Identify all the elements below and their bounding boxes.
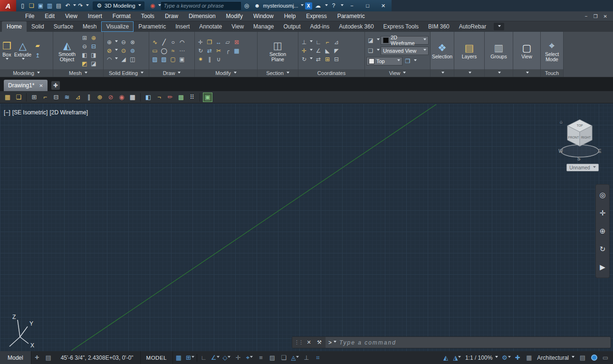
autorebar-tool-icon[interactable]: ⠿: [187, 93, 197, 102]
drag-grip-icon[interactable]: ⋮⋮: [294, 338, 303, 347]
compass-west[interactable]: W: [558, 149, 563, 154]
explode-icon[interactable]: ✷: [196, 55, 205, 63]
mesh-primitive-icon[interactable]: ⊞: [80, 34, 89, 42]
autorebar-tool-icon[interactable]: ✏: [165, 93, 175, 102]
osnap-arrow-icon[interactable]: [250, 356, 253, 359]
remove-crease-icon[interactable]: ◨: [89, 51, 98, 59]
imprint-icon[interactable]: ⊙: [119, 47, 128, 55]
isolate-objects-icon[interactable]: ▤: [577, 351, 588, 364]
autorebar-tool-icon[interactable]: ⊿: [73, 93, 83, 102]
named-views-icon[interactable]: ❏: [366, 47, 375, 55]
interfere-icon[interactable]: ⊚: [128, 47, 137, 55]
mesh-refine-icon[interactable]: ⊟: [89, 42, 98, 50]
smooth-less-icon[interactable]: ⊖: [80, 42, 89, 50]
dynamic-input-icon[interactable]: ⌗: [312, 351, 324, 364]
autorebar-tool-icon[interactable]: ⊘: [106, 93, 115, 102]
object-snap-icon[interactable]: ⌖: [244, 351, 255, 364]
autorebar-tool-icon[interactable]: ▦: [3, 93, 12, 102]
shell-icon[interactable]: ◫: [128, 55, 137, 63]
command-close-icon[interactable]: ✕: [305, 338, 313, 347]
menu-modify[interactable]: Modify: [221, 11, 248, 21]
open-folder-icon[interactable]: ❏: [27, 1, 36, 10]
binoculars-search-icon[interactable]: ◎: [242, 1, 251, 10]
autocad-logo-icon[interactable]: A: [0, 0, 16, 11]
ucs-origin-arrow-icon[interactable]: [310, 49, 313, 52]
join-icon[interactable]: ∪: [214, 55, 223, 63]
menu-edit[interactable]: Edit: [39, 11, 60, 21]
arc-icon[interactable]: ◠: [178, 38, 186, 46]
section-plane-button[interactable]: ◫ Section Plane: [265, 39, 291, 62]
autorebar-tool-icon[interactable]: ▦: [128, 93, 137, 102]
slice-icon[interactable]: ⊘: [105, 47, 114, 55]
ortho-mode-icon[interactable]: ∟: [198, 351, 210, 364]
autorebar-tool-icon[interactable]: ⊕: [95, 93, 105, 102]
autoscale-arrow-icon[interactable]: [458, 356, 461, 359]
ucs-origin-icon[interactable]: ✛: [300, 47, 308, 55]
zoom-icon[interactable]: ⊕: [596, 223, 609, 240]
tab-addins[interactable]: Add-ins: [306, 21, 335, 32]
dynamic-ucs-icon[interactable]: ⊥: [301, 351, 312, 364]
groups-button[interactable]: ▥ Groups: [489, 42, 508, 59]
autorebar-tool-icon[interactable]: ▩: [176, 93, 186, 102]
command-input[interactable]: [339, 338, 611, 347]
clean-screen-icon[interactable]: ▭: [600, 351, 611, 364]
tab-parametric[interactable]: Parametric: [134, 21, 171, 32]
exchange-apps-icon[interactable]: X: [305, 2, 312, 9]
autorebar-tool-icon[interactable]: ≋: [62, 93, 72, 102]
orbit-icon[interactable]: ↻: [596, 241, 609, 258]
ucs-swap-icon[interactable]: ⇄: [314, 55, 323, 63]
ucs-previous-icon[interactable]: ⌐: [323, 38, 332, 46]
pan-icon[interactable]: ✛: [596, 205, 609, 222]
osnap3d-arrow-icon[interactable]: [296, 356, 299, 359]
save-icon[interactable]: ▣: [36, 1, 45, 10]
panel-layers-expand[interactable]: [454, 69, 484, 77]
grid-display-icon[interactable]: ▦: [173, 351, 184, 364]
snap-arrow-icon[interactable]: [192, 356, 194, 359]
construction-line-icon[interactable]: ⋯: [178, 47, 186, 55]
drawing-tab[interactable]: Drawing1* ✕: [4, 80, 48, 91]
viewport-view-control[interactable]: [SE Isometric]: [12, 109, 48, 116]
panel-label-draw[interactable]: Draw: [149, 69, 194, 77]
doc-minimize-icon[interactable]: −: [585, 14, 588, 19]
solid-intersect-icon[interactable]: ⊗: [128, 38, 137, 46]
panel-label-solid-editing[interactable]: Solid Editing: [104, 69, 149, 77]
boundary-icon[interactable]: ▢: [169, 55, 177, 63]
array-icon[interactable]: ▦: [232, 47, 241, 55]
new-file-icon[interactable]: ▯: [18, 1, 27, 10]
workspace-gear-icon[interactable]: ⚙: [500, 351, 512, 364]
plot-icon[interactable]: ▤: [54, 1, 63, 10]
window-maximize-button[interactable]: □: [361, 0, 375, 11]
tab-autodesk360[interactable]: Autodesk 360: [334, 21, 378, 32]
doc-close-icon[interactable]: ✕: [603, 14, 607, 19]
named-view-select[interactable]: Unsaved View: [381, 47, 429, 55]
tab-insert[interactable]: Insert: [171, 21, 194, 32]
annotation-scale-button[interactable]: 1:1 / 100%: [463, 351, 500, 364]
menu-parametric[interactable]: Parametric: [332, 11, 370, 21]
ucs-hide-icon[interactable]: ⊟: [332, 55, 341, 63]
show-motion-icon[interactable]: ▶: [596, 259, 609, 276]
extrude-face-icon[interactable]: ◪: [89, 59, 98, 67]
fillet-edge-arrow-icon[interactable]: [115, 57, 118, 61]
selection-cycling-icon[interactable]: ❏: [278, 351, 289, 364]
units-dropdown[interactable]: Architectural: [535, 351, 577, 364]
polysolid-icon[interactable]: ▰: [33, 42, 42, 50]
trim-icon[interactable]: ✂: [214, 47, 223, 55]
menu-help[interactable]: Help: [279, 11, 301, 21]
autorebar-tool-icon[interactable]: ⊟: [51, 93, 61, 102]
search-input[interactable]: [161, 2, 241, 10]
redo-icon[interactable]: ↷: [76, 1, 85, 10]
new-drawing-tab-button[interactable]: ✚: [51, 81, 60, 90]
polar-tracking-icon[interactable]: ∠: [210, 351, 221, 364]
tab-solid[interactable]: Solid: [27, 21, 49, 32]
viewport-visual-style-control[interactable]: [2D Wireframe]: [49, 109, 88, 116]
ucs-rotate-arrow-icon[interactable]: [310, 57, 313, 61]
transparency-icon[interactable]: ▨: [267, 351, 278, 364]
window-close-button[interactable]: ✕: [376, 0, 391, 11]
action-recorder-button[interactable]: ◉: [148, 1, 161, 10]
menu-window[interactable]: Window: [248, 11, 279, 21]
tab-output[interactable]: Output: [278, 21, 305, 32]
menu-file[interactable]: File: [20, 11, 39, 21]
view-cube[interactable]: W S E TOP FRONT RIGHT ⌂: [558, 117, 605, 170]
lineweight-icon[interactable]: ≡: [255, 351, 267, 364]
redo-dropdown-arrow-icon[interactable]: [86, 4, 89, 8]
